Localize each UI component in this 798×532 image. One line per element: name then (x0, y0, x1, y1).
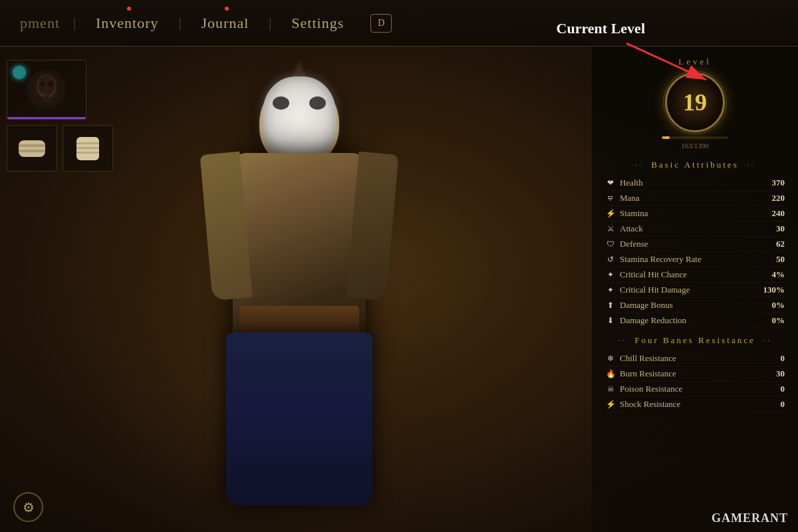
attr-icon-defense: 🛡 (605, 239, 616, 249)
bottom-left-action-icon[interactable]: ⚙ (13, 492, 43, 522)
character-lower-robe (226, 332, 372, 505)
bane-icon-shock-resistance: ⚡ (605, 399, 616, 410)
basic-attr-row-7: ✦Critical Hit Damage130% (605, 283, 785, 298)
attr-name-1: Mana (620, 193, 640, 203)
attr-icon-critical-hit-chance: ✦ (605, 269, 616, 280)
svg-rect-8 (19, 144, 45, 147)
basic-attr-row-2: ⚡Stamina240 (605, 206, 785, 221)
character-mask (263, 76, 336, 156)
tab-journal[interactable]: Journal (182, 0, 269, 46)
bane-icon-chill-resistance: ❄ (605, 353, 616, 364)
attr-value-4: 62 (776, 239, 785, 249)
key-hint-d: D (370, 14, 392, 33)
equipment-panel (0, 53, 120, 178)
head-equipment-slot[interactable] (7, 60, 86, 120)
attr-name-2: Stamina (620, 208, 648, 219)
basic-attr-row-9: ⬇Damage Reduction0% (605, 313, 785, 329)
svg-rect-12 (76, 147, 99, 149)
attr-value-7: 130% (763, 285, 785, 295)
basic-attr-row-1: 🜃Mana220 (605, 191, 785, 206)
level-value: 19 (683, 88, 707, 116)
attr-name-3: Attack (620, 223, 643, 234)
basic-attributes-list: ❤Health370🜃Mana220⚡Stamina240⚔Attack30🛡D… (605, 176, 785, 329)
xp-text: 163/1390 (681, 142, 709, 150)
inventory-notification-dot (127, 7, 131, 11)
bane-attr-row-3: ⚡Shock Resistance0 (605, 397, 785, 412)
basic-attr-row-6: ✦Critical Hit Chance4% (605, 267, 785, 283)
current-level-label: Current Level (557, 20, 645, 37)
svg-point-3 (38, 75, 55, 95)
svg-rect-11 (76, 142, 99, 144)
bane-name-0: Chill Resistance (620, 353, 676, 364)
attr-name-7: Critical Hit Damage (620, 285, 690, 295)
attr-value-6: 4% (772, 269, 785, 280)
bane-name-1: Burn Resistance (620, 368, 676, 379)
tab-inventory[interactable]: Inventory (76, 0, 179, 46)
attr-name-9: Damage Reduction (620, 315, 686, 326)
action-icon-symbol: ⚙ (23, 499, 35, 515)
svg-rect-13 (76, 152, 99, 154)
attr-value-3: 30 (776, 223, 785, 234)
basic-attr-row-5: ↺Stamina Recovery Rate50 (605, 252, 785, 267)
attr-value-1: 220 (772, 193, 785, 203)
head-slot-icon (27, 70, 66, 110)
attr-icon-health: ❤ (605, 178, 616, 188)
attr-value-5: 50 (776, 254, 785, 265)
svg-rect-7 (19, 140, 45, 157)
attr-name-6: Critical Hit Chance (620, 269, 687, 280)
svg-point-5 (49, 82, 53, 87)
xp-bar-container (662, 136, 728, 139)
bane-icon-burn-resistance: 🔥 (605, 368, 616, 379)
bane-name-2: Poison Resistance (620, 384, 682, 394)
attr-name-0: Health (620, 178, 643, 188)
attr-icon-damage-bonus: ⬆ (605, 300, 616, 311)
bane-attr-row-1: 🔥Burn Resistance30 (605, 366, 785, 382)
basic-attr-row-8: ⬆Damage Bonus0% (605, 298, 785, 313)
bane-icon-poison-resistance: ☠ (605, 384, 616, 394)
attr-value-2: 240 (772, 208, 785, 219)
attr-value-0: 370 (772, 178, 785, 188)
attr-name-5: Stamina Recovery Rate (620, 254, 702, 265)
head-slot-quality-bar (7, 117, 86, 119)
attr-icon-damage-reduction: ⬇ (605, 315, 616, 326)
bane-value-2: 0 (781, 384, 785, 394)
bane-value-0: 0 (781, 353, 785, 364)
attr-value-9: 0% (772, 315, 785, 326)
attr-icon-stamina: ⚡ (605, 208, 616, 219)
svg-rect-6 (44, 96, 49, 102)
attr-icon-attack: ⚔ (605, 223, 616, 234)
four-banes-list: ❄Chill Resistance0🔥Burn Resistance30☠Poi… (605, 351, 785, 412)
character-display (100, 40, 499, 532)
character-body (193, 40, 406, 532)
head-slot-gem (13, 66, 26, 79)
basic-attributes-header: Basic Attributes (605, 160, 785, 170)
bane-name-3: Shock Resistance (620, 399, 680, 410)
attr-name-4: Defense (620, 239, 648, 249)
basic-attr-row-3: ⚔Attack30 (605, 221, 785, 237)
level-arrow (626, 37, 720, 90)
svg-point-4 (41, 82, 45, 87)
four-banes-header: Four Banes Resistance (605, 335, 785, 346)
bane-value-3: 0 (781, 399, 785, 410)
attr-icon-mana: 🜃 (605, 193, 616, 203)
basic-attr-row-4: 🛡Defense62 (605, 237, 785, 252)
right-hand-slot[interactable] (63, 125, 113, 172)
attr-icon-stamina-recovery-rate: ↺ (605, 254, 616, 265)
right-stats-panel: Level 19 163/1390 Basic Attributes ❤Heal… (592, 47, 798, 532)
bane-attr-row-0: ❄Chill Resistance0 (605, 351, 785, 366)
bane-value-1: 30 (776, 368, 785, 379)
journal-notification-dot (225, 7, 229, 11)
left-hand-slot[interactable] (7, 125, 57, 172)
hand-equipment-row (7, 125, 113, 172)
attr-icon-critical-hit-damage: ✦ (605, 285, 616, 295)
svg-line-1 (626, 43, 706, 80)
svg-rect-9 (19, 150, 45, 152)
attr-name-8: Damage Bonus (620, 300, 673, 311)
attr-value-8: 0% (772, 300, 785, 311)
gamerant-watermark: GAMERANT (712, 511, 788, 525)
xp-bar-fill (662, 136, 670, 139)
basic-attr-row-0: ❤Health370 (605, 176, 785, 191)
bane-attr-row-2: ☠Poison Resistance0 (605, 382, 785, 397)
tab-equipment[interactable]: pment (7, 0, 73, 46)
tab-settings[interactable]: Settings (271, 0, 364, 46)
